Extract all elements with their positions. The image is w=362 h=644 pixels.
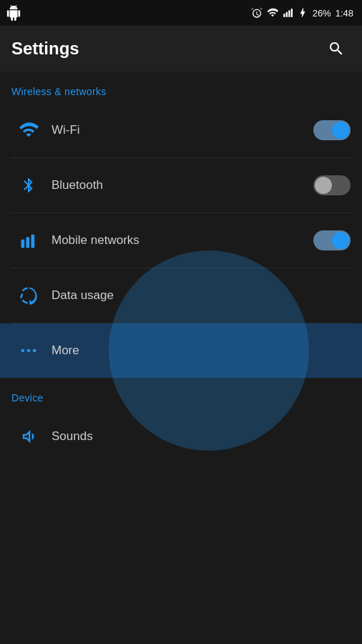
alarm-icon [251, 7, 263, 19]
wifi-toggle[interactable] [313, 120, 351, 140]
page-title: Settings [11, 39, 79, 59]
bolt-icon [297, 7, 308, 19]
wifi-label: Wi-Fi [52, 123, 313, 137]
battery-percent: 26% [313, 8, 331, 19]
svg-rect-6 [31, 235, 35, 248]
svg-point-8 [27, 349, 31, 353]
svg-rect-5 [26, 237, 30, 248]
data-usage-label: Data usage [52, 288, 351, 303]
bluetooth-icon-container [11, 175, 46, 195]
status-bar-right: 26% 1:48 [251, 7, 353, 19]
svg-point-9 [33, 349, 36, 353]
mobile-networks-label: Mobile networks [52, 233, 313, 248]
bluetooth-toggle-knob [315, 177, 332, 194]
wifi-icon [19, 120, 39, 140]
mobile-networks-toggle[interactable] [313, 230, 351, 250]
svg-point-7 [21, 349, 25, 353]
sounds-icon-container [11, 426, 46, 447]
svg-rect-3 [290, 9, 292, 17]
app-header: Settings [0, 26, 362, 72]
search-icon [328, 40, 345, 57]
more-item[interactable]: More [0, 323, 362, 378]
wifi-icon-container [11, 120, 46, 140]
data-usage-icon-container [11, 286, 46, 306]
svg-rect-0 [283, 14, 285, 17]
bluetooth-item[interactable]: Bluetooth [0, 158, 362, 213]
mobile-networks-item[interactable]: Mobile networks [0, 213, 362, 268]
status-bar: 26% 1:48 [0, 0, 362, 26]
mobile-signal-icon [19, 230, 39, 250]
status-wifi-icon [267, 7, 278, 19]
svg-rect-4 [21, 240, 25, 248]
more-icon-container [11, 341, 46, 361]
wifi-toggle-knob [332, 122, 349, 139]
svg-rect-2 [288, 11, 290, 17]
mobile-signal-icon-container [11, 230, 46, 250]
more-label: More [52, 343, 351, 358]
signal-icon [283, 7, 293, 19]
mobile-networks-toggle-knob [332, 232, 349, 249]
data-usage-item[interactable]: Data usage [0, 268, 362, 323]
status-bar-left [6, 5, 21, 21]
more-dots-icon [19, 341, 39, 361]
bluetooth-icon [20, 175, 37, 195]
sounds-item[interactable]: Sounds [0, 409, 362, 464]
device-section-header: Device [0, 378, 362, 409]
bluetooth-toggle[interactable] [313, 175, 351, 195]
sounds-icon [19, 426, 39, 447]
data-usage-icon [19, 286, 39, 306]
sounds-label: Sounds [52, 429, 351, 444]
android-icon [6, 5, 21, 21]
svg-rect-1 [285, 12, 287, 17]
clock-time: 1:48 [336, 8, 353, 19]
wireless-section-header: Wireless & networks [0, 72, 362, 103]
wifi-item[interactable]: Wi-Fi [0, 103, 362, 157]
search-button[interactable] [322, 34, 351, 63]
bluetooth-label: Bluetooth [52, 178, 313, 192]
